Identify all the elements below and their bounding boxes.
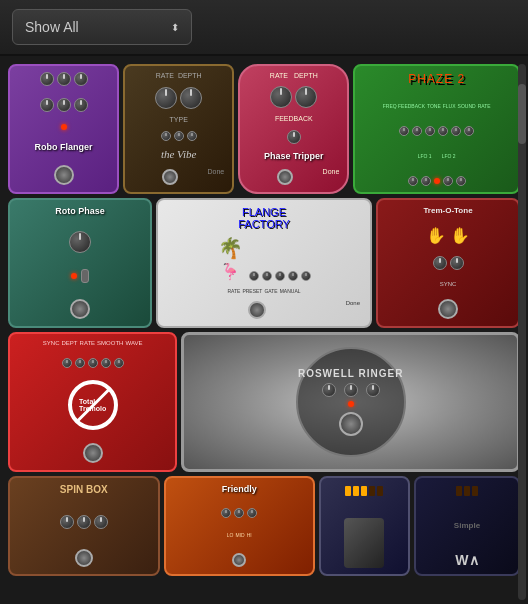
knob[interactable] [101,358,111,368]
pedal-phaze2[interactable]: PHAZE 2 FREQ FEEDBACKTONEFLUXSOUNDRATE L… [353,64,520,194]
knob[interactable] [77,515,91,529]
pedal-spin-box[interactable]: SPIN BOX [8,476,160,576]
knob[interactable] [451,126,461,136]
pedal-title: Roto Phase [55,206,105,216]
pedal-title: Trem-O-Tone [423,206,472,215]
pedal-title: ROSWELL RINGER [298,368,403,379]
top-bar: Show All ⬍ [0,0,528,56]
pedal-title: Robo Flanger [35,142,93,152]
show-all-dropdown[interactable]: Show All ⬍ [12,9,192,45]
pedal-trem-o-tone[interactable]: Trem-O-Tone ✋ ✋ SYNC [376,198,520,328]
knob[interactable] [174,131,184,141]
knob[interactable] [88,358,98,368]
pedal-flange-factory[interactable]: FLANGEFACTORY 🌴 🦩 RATEPRES [156,198,372,328]
knob[interactable] [270,86,292,108]
pedal-mystery[interactable] [319,476,410,576]
knob[interactable] [295,86,317,108]
footswitch[interactable] [232,553,246,567]
knob[interactable] [57,72,71,86]
knob[interactable] [247,508,257,518]
indicator-seg [456,486,462,496]
pedal-title: W∧ [455,552,478,568]
pedal-wah[interactable]: Simple W∧ [414,476,520,576]
pedal-phase-tripper[interactable]: RATEDEPTH FEEDBACK Phase Tripper Done [238,64,349,194]
flamingo-icon: 🦩 [220,262,240,281]
knob[interactable] [438,126,448,136]
footswitch[interactable] [162,169,178,185]
knob[interactable] [421,176,431,186]
knob[interactable] [40,98,54,112]
dropdown-label: Show All [25,19,79,35]
knob[interactable] [180,87,202,109]
indicator-seg [464,486,470,496]
chevron-down-icon: ⬍ [171,22,179,33]
knob[interactable] [344,383,358,397]
toggle-switch[interactable] [81,269,89,283]
knob[interactable] [69,231,91,253]
palm-tree-icon: 🌴 [218,236,243,260]
scrollbar-thumb[interactable] [518,84,526,144]
led-indicator [61,124,67,130]
pedal-robo-flanger[interactable]: Robo Flanger [8,64,119,194]
pedal-row-4: SPIN BOX Friendly LOMIDHI [8,476,520,576]
knob[interactable] [408,176,418,186]
knob[interactable] [221,508,231,518]
knob[interactable] [62,358,72,368]
knob[interactable] [75,358,85,368]
footswitch[interactable] [248,301,266,319]
knob[interactable] [155,87,177,109]
indicator-seg [345,486,351,496]
footswitch[interactable] [75,549,93,567]
pedal-friendly[interactable]: Friendly LOMIDHI [164,476,316,576]
led-indicator [71,273,77,279]
knob[interactable] [94,515,108,529]
knob[interactable] [366,383,380,397]
pedal-title: Friendly [222,484,257,494]
knob[interactable] [249,271,259,281]
knob[interactable] [288,271,298,281]
pedal-title: Phase Tripper [264,151,324,161]
knob[interactable] [464,126,474,136]
indicator-seg [361,486,367,496]
knob[interactable] [433,256,447,270]
knob[interactable] [425,126,435,136]
knob[interactable] [74,72,88,86]
indicator-seg [353,486,359,496]
knob[interactable] [262,271,272,281]
pedal-the-vibe[interactable]: RATEDEPTH TYPE the Vibe Done [123,64,234,194]
footswitch[interactable] [438,299,458,319]
footswitch[interactable] [70,299,90,319]
pedal-total-tremolo[interactable]: SYNCDEPTRATESMOOTHWAVE TotalTremolo [8,332,177,472]
knob[interactable] [287,130,301,144]
pedal-title: SPIN BOX [60,484,108,495]
knob[interactable] [399,126,409,136]
knob[interactable] [234,508,244,518]
knob[interactable] [40,72,54,86]
knob[interactable] [60,515,74,529]
pedal-row-3: SYNCDEPTRATESMOOTHWAVE TotalTremolo ROSW… [8,332,520,472]
knob[interactable] [450,256,464,270]
pedal-grid: Robo Flanger RATEDEPTH TYPE the Vibe Don… [0,56,528,604]
footswitch[interactable] [277,169,293,185]
knob[interactable] [275,271,285,281]
indicator-seg [377,486,383,496]
knob[interactable] [456,176,466,186]
knob[interactable] [57,98,71,112]
knob[interactable] [412,126,422,136]
knob[interactable] [114,358,124,368]
footswitch[interactable] [54,165,74,185]
led-indicator [348,401,354,407]
footswitch[interactable] [83,443,103,463]
pedal-roswell-ringer[interactable]: ROSWELL RINGER [181,332,520,472]
knob[interactable] [161,131,171,141]
footswitch[interactable] [339,412,363,436]
pedal-roto-phase[interactable]: Roto Phase [8,198,152,328]
knob[interactable] [74,98,88,112]
knob[interactable] [443,176,453,186]
indicator-seg [472,486,478,496]
knob[interactable] [301,271,311,281]
scrollbar[interactable] [518,64,526,600]
knob[interactable] [322,383,336,397]
indicator-seg [369,486,375,496]
knob[interactable] [187,131,197,141]
